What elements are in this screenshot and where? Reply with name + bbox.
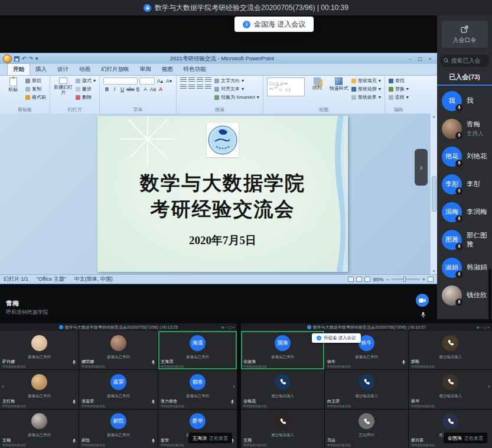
participant-row[interactable]: 艳花刘艳花 (437, 142, 492, 170)
align-right-icon[interactable] (197, 85, 203, 90)
video-tile[interactable]: 通过电话接入白玉荣呼和浩特民族学院 (325, 370, 408, 408)
maximize-button[interactable]: ▢ (416, 56, 424, 62)
font-style-button[interactable]: abc (126, 86, 133, 92)
sidebar-scrollbar[interactable] (488, 269, 491, 319)
font-style-button[interactable]: U (119, 86, 126, 92)
shape-outline-button[interactable]: 形状轮廓 ▾ (351, 86, 381, 92)
video-tile[interactable]: 摄像头已关闭娜荣娜呼和浩特民族学院 (79, 331, 158, 369)
save-icon[interactable] (14, 56, 19, 61)
undo-icon[interactable]: ↶ (22, 56, 27, 61)
close-button[interactable]: × (426, 56, 434, 62)
layout-button[interactable]: 版式 ▾ (76, 77, 96, 84)
fit-to-window-icon[interactable] (428, 277, 434, 282)
shrink-font-button[interactable]: A▾ (165, 78, 172, 84)
normal-view-icon[interactable] (348, 277, 354, 282)
participant-row[interactable]: 我我 (437, 87, 492, 115)
scroll-down-icon[interactable]: ▼ (432, 270, 436, 273)
qat-dropdown-icon[interactable]: ▾ (35, 56, 38, 61)
camera-icon[interactable] (416, 294, 429, 307)
office-button-icon[interactable] (3, 54, 12, 63)
ppt-tab[interactable]: 幻灯片放映 (96, 64, 135, 75)
ppt-tab[interactable]: 插入 (30, 64, 52, 75)
video-tile[interactable]: 摄像头已关闭王楠呼和浩特民族学院 (0, 410, 79, 448)
select-button[interactable]: 选择 ▾ (389, 94, 409, 100)
delete-slide-button[interactable]: 删除 (76, 94, 96, 100)
tab-joined[interactable]: 已入会(73) (437, 73, 492, 82)
text-direction-button[interactable]: 文字方向 ▾ (214, 77, 259, 84)
cut-button[interactable]: 剪切 (25, 77, 46, 84)
zoom-in-icon[interactable]: + (422, 277, 425, 283)
new-slide-button[interactable]: 新建幻灯片 (54, 77, 73, 96)
ppt-tab[interactable]: 特色功能 (178, 64, 211, 75)
format-painter-button[interactable]: 格式刷 (25, 94, 46, 100)
ppt-tab[interactable]: 开始 (7, 63, 30, 75)
font-style-button[interactable]: A (157, 86, 164, 92)
participant-row[interactable]: 润梅李润梅 (437, 198, 492, 226)
quick-access-toolbar[interactable]: ↶ ↷ ▾ (14, 56, 38, 61)
copy-button[interactable]: 复制 (25, 86, 46, 92)
ppt-tab[interactable]: 设计 (52, 64, 74, 75)
ppt-tab[interactable]: 审阅 (135, 64, 157, 75)
scroll-thumb[interactable] (432, 176, 436, 212)
line-spacing-icon[interactable] (205, 77, 211, 83)
indent-icon[interactable] (197, 77, 203, 83)
scroll-up-icon[interactable]: ▲ (432, 115, 436, 118)
participant-row[interactable]: 淑娟韩淑娟 (437, 254, 492, 281)
zoom-out-icon[interactable]: − (386, 277, 389, 283)
font-style-button[interactable]: S (134, 86, 141, 92)
slide-canvas[interactable]: 数学与大数据学院 考研经验交流会 2020年7月5日 (97, 116, 348, 272)
video-tile[interactable]: 正在呼叫乌云呼和浩特民族学院 (325, 410, 408, 448)
grow-font-button[interactable]: A▴ (157, 78, 164, 84)
participant-row[interactable]: 图雅那仁图雅 (437, 226, 492, 254)
zoom-slider-thumb[interactable] (403, 277, 406, 282)
align-center-icon[interactable] (188, 85, 195, 90)
paste-button[interactable]: 粘贴 (4, 77, 22, 93)
video-tile[interactable]: 海清摄像头已关闭王海清呼和浩特民族学院 (158, 331, 237, 369)
video-tile[interactable]: 通过电话接入那顺呼和浩特民族学院 (409, 331, 492, 369)
video-tile[interactable]: 通过电话接入斯琴呼和浩特民族学院 (409, 370, 492, 408)
quick-styles-button[interactable]: 快速样式 (330, 77, 348, 92)
sidebar-collapse-chevron[interactable]: › (415, 149, 428, 186)
next-page-chevron[interactable]: › (488, 382, 490, 389)
replace-button[interactable]: 替换 ▾ (389, 86, 409, 92)
video-tile[interactable]: 摄像头已关闭萨日娜呼和浩特民族学院 (0, 331, 79, 369)
numbering-icon[interactable] (188, 77, 195, 83)
find-button[interactable]: 查找 (389, 77, 409, 84)
arrange-button[interactable]: 排列 (308, 77, 327, 91)
participant-row[interactable]: 青梅主持人 (437, 115, 492, 142)
video-tile[interactable]: 嘉荣摄像头已关闭张嘉荣呼和浩特民族学院 (79, 370, 158, 408)
next-page-chevron[interactable]: › (233, 382, 235, 389)
minimize-button[interactable]: – (406, 56, 414, 62)
video-tile[interactable]: 通过电话接入金顺花呼和浩特民族学院 (241, 370, 324, 408)
participant-row[interactable]: 李彤李彤 (437, 170, 492, 198)
slide-sorter-icon[interactable] (356, 277, 362, 282)
font-style-button[interactable]: A (142, 86, 149, 92)
gallery-right-window-controls[interactable]: ⊞ – ▢ × (476, 323, 490, 331)
video-tile[interactable]: 都舍摄像头已关闭道力都舍呼和浩特民族学院 (158, 370, 237, 408)
slideshow-icon[interactable] (364, 277, 370, 282)
participant-row[interactable]: 钱佳欣 (437, 281, 492, 309)
font-size-select[interactable] (139, 77, 155, 85)
font-style-button[interactable]: I (111, 86, 118, 92)
smartart-button[interactable]: 转换为 SmartArt ▾ (214, 94, 259, 100)
search-input[interactable]: 搜索已入会 (440, 54, 490, 67)
shapes-gallery[interactable]: □○△◇⇨◠⌒☆（） (267, 77, 305, 96)
reset-button[interactable]: 重设 (76, 86, 96, 92)
redo-icon[interactable]: ↷ (29, 56, 34, 61)
ppt-tab[interactable]: 动画 (74, 64, 96, 75)
align-text-button[interactable]: 对齐文本 ▾ (214, 86, 259, 92)
prev-page-chevron[interactable]: ‹ (2, 382, 4, 389)
gallery-left-window-controls[interactable]: ⊞ – ▢ × (221, 323, 234, 331)
shape-effects-button[interactable]: 形状效果 ▾ (351, 94, 381, 100)
video-tile[interactable]: 通过电话接入王燕呼和浩特民族学院 (241, 410, 324, 448)
video-tile[interactable]: 摄像头已关闭王红梅呼和浩特民族学院 (0, 370, 79, 408)
font-style-button[interactable]: B (103, 86, 110, 92)
ppt-scrollbar[interactable]: ▲ ▼ (430, 113, 437, 274)
video-tile[interactable]: 郝悦摄像头已关闭郝悦呼和浩特民族学院 (79, 410, 158, 448)
bullets-icon[interactable] (180, 77, 187, 83)
justify-icon[interactable] (205, 85, 211, 90)
meeting-code-button[interactable]: 入会口令 (442, 21, 488, 48)
shape-fill-button[interactable]: 形状填充 ▾ (351, 77, 381, 84)
ppt-tab[interactable]: 视图 (157, 64, 178, 75)
powerpoint-window[interactable]: ↶ ↷ ▾ 2021考研经验交流 - Microsoft PowerPoint … (0, 53, 437, 284)
